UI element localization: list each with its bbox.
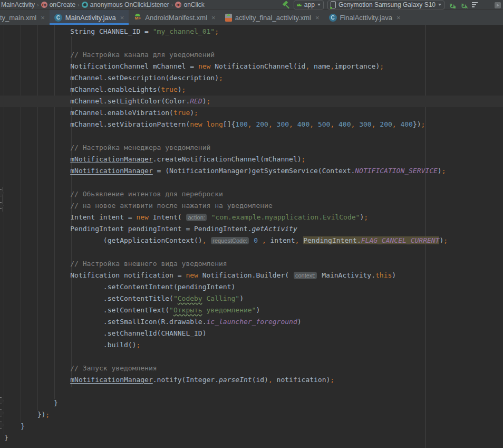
breadcrumb-item[interactable]: MainActivity <box>1 1 35 8</box>
code-line[interactable]: mNotificationManager.notify(Integer.pars… <box>0 374 503 386</box>
indent <box>4 411 37 418</box>
token-plain <box>207 213 211 221</box>
token-pun: , <box>262 236 266 244</box>
code-line[interactable]: mChannel.enableVibration(true); <box>0 107 503 119</box>
indent <box>4 213 70 221</box>
code-line[interactable]: } <box>0 432 503 444</box>
manifest-icon: MF <box>133 14 142 21</box>
build-hammer-icon[interactable] <box>282 1 290 9</box>
tab-androidmanifest-xml[interactable]: MFAndroidManifest.xml× <box>129 10 220 25</box>
code-line[interactable]: NotificationChannel mChannel = new Notif… <box>0 61 503 72</box>
code-line[interactable]: .setContentTitle("Codeby Calling") <box>0 293 503 304</box>
close-icon[interactable]: × <box>120 14 124 22</box>
breadcrumb: MainActivity›monCreate›anonymous OnClick… <box>1 1 205 8</box>
tab-ity-main-xml[interactable]: ity_main.xml× <box>0 10 50 25</box>
tab-activity-final-acttivity-xml[interactable]: activity_final_acttivity.xml× <box>220 10 324 25</box>
code-line[interactable] <box>0 177 503 188</box>
tab-label: MainActivity.java <box>65 14 116 22</box>
token-plain: Notification.Builder( <box>198 271 293 279</box>
token-str: Открыть <box>173 306 202 314</box>
code-line[interactable]: mChannel.setLightColor(Color.RED); <box>0 96 503 107</box>
code-line[interactable]: mChannel.setVibrationPattern(new long[]{… <box>0 119 503 130</box>
breadcrumb-item[interactable]: monCreate <box>41 1 75 8</box>
breadcrumb-separator: › <box>78 2 80 8</box>
code-line[interactable]: // Запуск уведомления <box>0 363 503 374</box>
token-plain: NotificationChannel(id <box>210 62 305 70</box>
code-editor[interactable]: String CHANNEL_ID = "my_channel_01"; // … <box>0 25 503 448</box>
token-num: 300 <box>359 120 371 128</box>
token-plain: Intent intent = <box>70 213 136 221</box>
code-line[interactable]: // Обьявление интентов для переброски <box>0 188 503 200</box>
profiler-icon[interactable] <box>471 1 479 9</box>
token-pun: , <box>289 120 293 128</box>
tab-finalacttivity-java[interactable]: CFinalActtivity.java× <box>324 10 405 25</box>
close-icon[interactable]: × <box>41 14 45 22</box>
apply-code-changes-icon[interactable] <box>460 1 468 9</box>
breadcrumb-item[interactable]: anonymous OnClickListener <box>82 1 169 8</box>
indent <box>4 260 70 268</box>
code-line[interactable] <box>0 37 503 49</box>
code-line[interactable]: String CHANNEL_ID = "my_channel_01"; <box>0 26 503 37</box>
code-line[interactable]: // на новое активити после нажатия на ув… <box>0 200 503 212</box>
code-line[interactable]: .build(); <box>0 339 503 351</box>
token-plain: Notification notification = <box>70 271 186 279</box>
token-pun: ; <box>207 97 211 105</box>
indent <box>4 422 21 430</box>
code-line[interactable]: (getApplicationContext(), requestCode: 0… <box>0 235 503 246</box>
code-line[interactable]: .setSmallIcon(R.drawable.ic_launcher_for… <box>0 316 503 328</box>
code-line[interactable]: }); <box>0 409 503 421</box>
token-kw: long <box>207 120 223 128</box>
hammer-handle <box>285 4 289 8</box>
code-line[interactable]: mChannel.enableLights(true); <box>0 84 503 96</box>
code-line[interactable]: .setContentText("Открыть уведомление") <box>0 304 503 316</box>
chevron-down-icon <box>317 4 321 6</box>
tab-mainactivity-java[interactable]: CMainActivity.java× <box>50 10 129 25</box>
run-config-select[interactable]: app <box>294 1 324 9</box>
token-num: 400 <box>400 120 412 128</box>
indent <box>4 341 103 349</box>
token-str: "com.example.myapplication.EvilCode" <box>211 213 360 221</box>
code-line[interactable]: // Настройка менеджера уведомлений <box>0 142 503 154</box>
code-line[interactable]: } <box>0 421 503 432</box>
code-line[interactable]: mChannel.setDescription(description); <box>0 72 503 84</box>
code-line[interactable] <box>0 386 503 397</box>
indent <box>4 236 103 244</box>
code-line[interactable]: mNotificationManager = (NotificationMana… <box>0 165 503 177</box>
java-class-icon: C <box>329 14 337 22</box>
close-icon[interactable]: × <box>396 14 401 22</box>
apply-changes-restart-icon[interactable] <box>448 1 456 9</box>
code-area[interactable]: String CHANNEL_ID = "my_channel_01"; // … <box>0 25 503 444</box>
token-pun: ; <box>219 74 223 82</box>
token-plain: ) <box>202 97 207 105</box>
token-fld: mNotificationManager <box>70 167 153 175</box>
code-line[interactable] <box>0 130 503 142</box>
close-icon[interactable]: × <box>315 14 320 22</box>
token-plain: .setContentIntent(pendingIntent) <box>103 283 235 291</box>
close-icon[interactable]: × <box>211 14 216 22</box>
token-pun: , <box>309 120 314 128</box>
java-class-icon: C <box>54 14 62 22</box>
token-pun: , <box>248 120 252 128</box>
code-line[interactable] <box>0 351 503 363</box>
android-icon <box>297 4 302 6</box>
code-line[interactable]: mNotificationManager.createNotificationC… <box>0 154 503 165</box>
code-line[interactable]: Notification notification = new Notifica… <box>0 270 503 281</box>
code-line[interactable]: .setContentIntent(pendingIntent) <box>0 281 503 293</box>
code-line[interactable] <box>0 246 503 258</box>
code-line[interactable]: // Настройка внешнего вида уведомления <box>0 258 503 270</box>
indent <box>4 202 70 209</box>
code-line[interactable]: Intent intent = new Intent( action: "com… <box>0 212 503 223</box>
code-line[interactable]: } <box>0 397 503 409</box>
code-line[interactable]: // Настройка канала для уведомлений <box>0 49 503 61</box>
debug-icon[interactable] <box>483 1 491 9</box>
device-select[interactable]: Genymotion Samsung Galaxy S10 <box>327 1 444 9</box>
breadcrumb-separator: › <box>171 2 173 8</box>
code-line[interactable]: .setChannelId(CHANNEL_ID) <box>0 328 503 339</box>
device-label: Genymotion Samsung Galaxy S10 <box>338 1 436 8</box>
code-line[interactable]: PendingIntent pendingIntent = PendingInt… <box>0 223 503 235</box>
token-plain: PendingIntent. <box>303 236 361 244</box>
indent <box>4 283 103 291</box>
attach-debugger-icon[interactable] <box>495 2 501 8</box>
token-kw: new <box>198 62 210 70</box>
breadcrumb-item[interactable]: monClick <box>175 1 204 8</box>
